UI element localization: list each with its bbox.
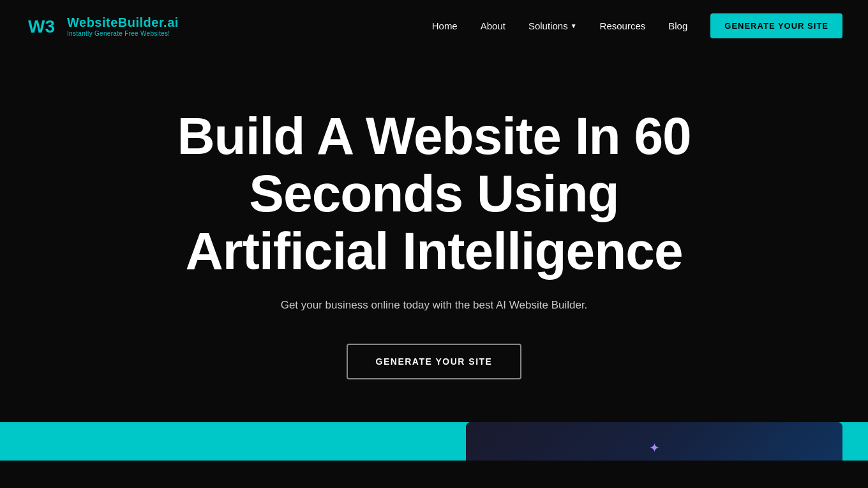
nav-blog[interactable]: Blog: [668, 20, 687, 31]
hero-subtitle: Get your business online today with the …: [281, 299, 588, 312]
hero-section: Build A Website In 60 Seconds Using Arti…: [0, 52, 868, 422]
hero-cta-button[interactable]: GENERATE YOUR SITE: [347, 344, 522, 379]
nav-home[interactable]: Home: [432, 20, 458, 31]
sparkle-icon: ✦: [649, 440, 660, 455]
chevron-down-icon: ▼: [571, 22, 577, 29]
logo-sub-text: Instantly Generate Free Websites!: [67, 30, 179, 37]
video-inner: ✦: [466, 422, 842, 461]
nav-resources[interactable]: Resources: [600, 20, 646, 31]
bottom-section: ✦: [0, 422, 868, 461]
video-preview: ✦: [466, 422, 842, 461]
svg-text:W3: W3: [28, 17, 55, 36]
nav-solutions[interactable]: Solutions ▼: [528, 20, 577, 31]
logo[interactable]: W3 WebsiteBuilder.ai Instantly Generate …: [26, 8, 179, 43]
nav-cta-button[interactable]: GENERATE YOUR SITE: [710, 13, 842, 38]
nav-about[interactable]: About: [481, 20, 505, 31]
header: W3 WebsiteBuilder.ai Instantly Generate …: [0, 0, 868, 52]
logo-main-text: WebsiteBuilder.ai: [67, 15, 179, 30]
hero-title: Build A Website In 60 Seconds Using Arti…: [147, 107, 721, 280]
main-nav: Home About Solutions ▼ Resources Blog GE…: [432, 13, 842, 38]
